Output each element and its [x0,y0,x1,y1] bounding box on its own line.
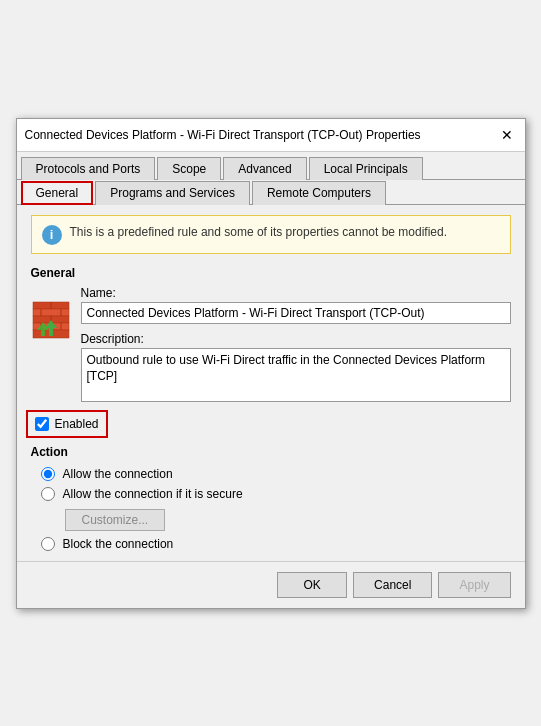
radio-allow-secure-label: Allow the connection if it is secure [63,487,243,501]
general-section-label: General [31,266,511,280]
cancel-button[interactable]: Cancel [353,572,432,598]
info-banner: i This is a predefined rule and some of … [31,215,511,254]
svg-rect-2 [33,309,69,316]
enabled-label: Enabled [55,417,99,431]
action-section-label: Action [31,445,511,459]
enabled-checkbox-row[interactable]: Enabled [31,415,103,433]
tabs-row-1: Protocols and Ports Scope Advanced Local… [17,152,525,180]
description-label: Description: [81,332,511,346]
name-label: Name: [81,286,511,300]
tab-remote-computers[interactable]: Remote Computers [252,181,386,205]
tab-general[interactable]: General [21,181,94,205]
apply-button[interactable]: Apply [438,572,510,598]
bottom-bar: OK Cancel Apply [17,561,525,608]
radio-group: Allow the connection Allow the connectio… [31,467,511,551]
tab-advanced[interactable]: Advanced [223,157,306,180]
tab-local-principals[interactable]: Local Principals [309,157,423,180]
enabled-checkbox[interactable] [35,417,49,431]
customize-row: Customize... [41,507,511,531]
customize-button[interactable]: Customize... [65,509,166,531]
window-title: Connected Devices Platform - Wi-Fi Direc… [25,128,421,142]
name-input[interactable] [81,302,511,324]
ok-button[interactable]: OK [277,572,347,598]
radio-allow-label: Allow the connection [63,467,173,481]
radio-allow: Allow the connection [41,467,511,481]
radio-block-label: Block the connection [63,537,174,551]
radio-allow-secure: Allow the connection if it is secure [41,487,511,501]
tab-protocols[interactable]: Protocols and Ports [21,157,156,180]
radio-allow-input[interactable] [41,467,55,481]
tab-programs[interactable]: Programs and Services [95,181,250,205]
info-banner-text: This is a predefined rule and some of it… [70,224,448,241]
dialog-window: Connected Devices Platform - Wi-Fi Direc… [16,118,526,609]
tab-scope[interactable]: Scope [157,157,221,180]
action-section: Action Allow the connection Allow the co… [31,445,511,551]
general-section: Name: Description: Outbound rule to use … [31,286,511,405]
content-area: i This is a predefined rule and some of … [17,205,525,561]
radio-allow-secure-input[interactable] [41,487,55,501]
radio-block: Block the connection [41,537,511,551]
title-bar: Connected Devices Platform - Wi-Fi Direc… [17,119,525,152]
tabs-row-2: General Programs and Services Remote Com… [17,180,525,205]
fields-container: Name: Description: Outbound rule to use … [81,286,511,405]
radio-block-input[interactable] [41,537,55,551]
close-button[interactable]: ✕ [497,125,517,145]
firewall-icon [31,300,71,340]
info-icon: i [42,225,62,245]
description-textarea[interactable]: Outbound rule to use Wi-Fi Direct traffi… [81,348,511,402]
